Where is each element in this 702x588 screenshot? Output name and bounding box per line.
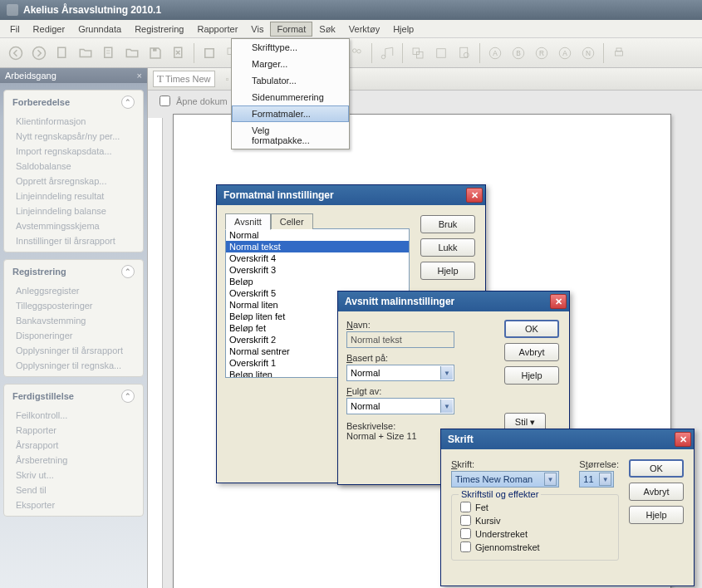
basert-combo[interactable]: Normal ▼ — [346, 365, 454, 381]
menu-rapporter[interactable]: Rapporter — [190, 22, 244, 37]
dialog-skrift-titlebar[interactable]: Skrift ✕ — [441, 429, 694, 449]
sidebar-item[interactable]: Årsberetning — [4, 453, 143, 468]
sidebar-item[interactable]: Rapporter — [4, 423, 143, 438]
sidebar-close-icon[interactable]: × — [137, 71, 142, 81]
nav-back-button[interactable] — [5, 42, 27, 64]
skriftstil-groupbox: Skriftstil og effekter Fet Kursiv Unders… — [451, 494, 619, 561]
sidebar-item[interactable]: Linjeinndeling balanse — [4, 203, 143, 218]
tool-button[interactable] — [407, 42, 429, 64]
font-name-combo[interactable]: T Times New — [153, 71, 215, 87]
sidebar-item[interactable]: Saldobalanse — [4, 159, 143, 174]
ok-button[interactable]: OK — [629, 459, 684, 478]
list-item[interactable]: Normal — [226, 229, 409, 241]
dialog-formatmal-titlebar[interactable]: Formatmal innstillinger ✕ — [217, 185, 485, 205]
letter-b-button[interactable]: B — [508, 42, 529, 64]
bruk-button[interactable]: Bruk — [420, 215, 475, 233]
menu-fil[interactable]: Fil — [3, 22, 27, 37]
sidebar-item[interactable]: Opplysninger til årsrapport — [4, 343, 143, 358]
skrift-combo[interactable]: Times New Roman ▼ — [451, 471, 559, 488]
letter-a2-button[interactable]: A — [554, 42, 576, 64]
hjelp-button[interactable]: Hjelp — [629, 506, 684, 524]
new-button[interactable] — [52, 42, 73, 64]
note-button[interactable] — [376, 42, 398, 64]
menu-sok[interactable]: Søk — [312, 22, 342, 37]
menuitem-tabulator[interactable]: Tabulator... — [232, 72, 349, 89]
letter-n-button[interactable]: N — [577, 42, 599, 64]
list-item[interactable]: Beløp — [226, 276, 409, 287]
sidebar-header: Arbeidsgang × — [0, 68, 147, 83]
close-icon[interactable]: ✕ — [675, 432, 691, 447]
menu-grunndata[interactable]: Grunndata — [71, 22, 128, 37]
menu-hjelp[interactable]: Hjelp — [386, 22, 420, 37]
menu-vis[interactable]: Vis — [244, 22, 270, 37]
navn-input[interactable] — [346, 331, 454, 348]
sidebar-item[interactable]: Linjeinndeling resultat — [4, 189, 143, 203]
avbryt-button[interactable]: Avbryt — [629, 483, 684, 501]
hjelp-button[interactable]: Hjelp — [504, 366, 559, 385]
menu-format[interactable]: Format — [270, 22, 312, 37]
list-item[interactable]: Normal tekst — [226, 241, 409, 252]
sidebar-item[interactable]: Import regnskapsdata... — [4, 144, 143, 159]
sidebar-item[interactable]: Innstillinger til årsrapport — [4, 233, 143, 248]
menu-rediger[interactable]: Rediger — [27, 22, 72, 37]
delete-button[interactable] — [168, 42, 189, 64]
menuitem-marger[interactable]: Marger... — [232, 56, 349, 72]
menuitem-velg-formatpakke[interactable]: Velg formatpakke... — [232, 122, 349, 149]
sidebar-item[interactable]: Opplysninger til regnska... — [4, 358, 143, 373]
open-doc-checkbox[interactable] — [160, 96, 170, 106]
menuitem-sidenummerering[interactable]: Sidenummerering — [232, 89, 349, 105]
folder-doc-button[interactable] — [121, 42, 143, 64]
menuitem-formatmaler[interactable]: Formatmaler... — [232, 105, 349, 122]
sidebar-item[interactable]: Disponeringer — [4, 328, 143, 343]
sidebar-item[interactable]: Send til — [4, 483, 143, 497]
dialog-formatmal-title: Formatmal innstillinger — [223, 189, 334, 201]
menu-registrering[interactable]: Registrering — [128, 22, 190, 37]
sidebar-item[interactable]: Tilleggsposteringer — [4, 298, 143, 313]
fulgt-combo[interactable]: Normal ▼ — [346, 398, 454, 414]
close-icon[interactable]: ✕ — [466, 188, 483, 203]
menu-verktoy[interactable]: Verktøy — [342, 22, 386, 37]
storrelse-combo[interactable]: 11 ▼ — [579, 471, 614, 488]
list-item[interactable]: Overskrift 3 — [226, 264, 409, 276]
dialog-avsnitt-titlebar[interactable]: Avsnitt malinnstillinger ✕ — [338, 292, 569, 311]
avbryt-button[interactable]: Avbryt — [504, 343, 559, 361]
svg-rect-2 — [58, 47, 66, 57]
nav-forward-button[interactable] — [28, 42, 50, 64]
sidebar-item[interactable]: Anleggsregister — [4, 283, 143, 298]
list-item[interactable]: Overskrift 4 — [226, 252, 409, 264]
menuitem-skrifttype[interactable]: Skrifttype... — [232, 39, 349, 56]
tab-celler[interactable]: Celler — [271, 213, 313, 229]
letter-r-button[interactable]: R — [531, 42, 552, 64]
preview-button[interactable] — [454, 42, 475, 64]
sidebar-section-head[interactable]: Ferdigstillelse⌃ — [4, 385, 143, 408]
close-icon[interactable]: ✕ — [550, 294, 567, 309]
lukk-button[interactable]: Lukk — [420, 238, 475, 257]
sidebar-item[interactable]: Nytt regnskapsår/ny per... — [4, 129, 143, 144]
fet-checkbox[interactable] — [460, 502, 471, 512]
hjelp-button[interactable]: Hjelp — [420, 262, 475, 280]
sidebar-item[interactable]: Avstemmingsskjema — [4, 218, 143, 233]
sidebar-item[interactable]: Bankavstemming — [4, 313, 143, 328]
tool-button[interactable] — [199, 42, 220, 64]
tab-avsnitt[interactable]: Avsnitt — [225, 213, 271, 230]
sidebar-item[interactable]: Opprett årsregnskap... — [4, 174, 143, 189]
sidebar-section: Registrering⌃AnleggsregisterTilleggspost… — [3, 259, 144, 377]
sidebar-item[interactable]: Eksporter — [4, 497, 143, 512]
print-button[interactable] — [608, 42, 630, 64]
sidebar-section-head[interactable]: Forberedelse⌃ — [4, 91, 143, 114]
tool-button[interactable] — [430, 42, 452, 64]
sidebar-section-head[interactable]: Registrering⌃ — [4, 260, 143, 283]
sidebar-item[interactable]: Skriv ut... — [4, 468, 143, 483]
kursiv-checkbox[interactable] — [460, 515, 471, 526]
ok-button[interactable]: OK — [504, 320, 559, 338]
svg-point-22 — [464, 52, 469, 57]
new-doc-button[interactable] — [98, 42, 120, 64]
sidebar-item[interactable]: Klientinformasjon — [4, 114, 143, 129]
understreket-checkbox[interactable] — [460, 528, 471, 539]
sidebar-item[interactable]: Feilkontroll... — [4, 408, 143, 423]
gjennomstreket-checkbox[interactable] — [460, 541, 471, 552]
save-button[interactable] — [145, 42, 166, 64]
letter-a-button[interactable]: A — [484, 42, 506, 64]
open-button[interactable] — [75, 42, 96, 64]
sidebar-item[interactable]: Årsrapport — [4, 438, 143, 453]
